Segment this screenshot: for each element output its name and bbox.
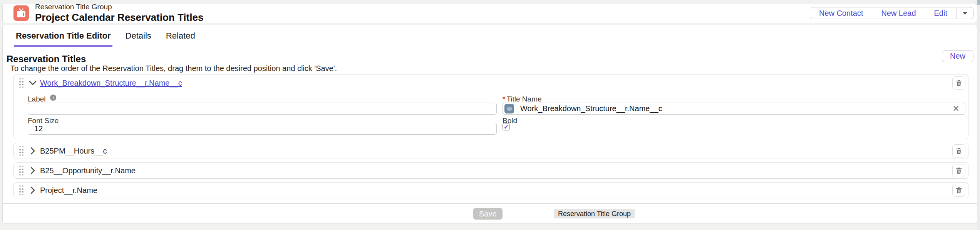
reservation-title-row-expanded: Work_Breakdown_Structure__r.Name__c Labe… [13, 74, 968, 139]
tv-icon [16, 8, 26, 18]
expand-row-button[interactable] [25, 145, 40, 157]
section-heading: Reservation Titles [7, 54, 86, 64]
dropdown-arrow-icon [962, 11, 968, 15]
trash-icon [955, 167, 963, 174]
main-card: Reservation Title Editor Details Related… [2, 25, 977, 224]
title-name-field-label: *Title Name [503, 95, 542, 103]
reservation-title-list: Work_Breakdown_Structure__r.Name__c Labe… [13, 74, 968, 202]
scrollbar-thumb[interactable] [977, 0, 980, 5]
record-icon [504, 104, 514, 113]
clear-icon[interactable]: ✕ [953, 105, 960, 113]
page-title: Project Calendar Reservation Titles [35, 12, 203, 24]
row-title: Project__r.Name [40, 186, 97, 195]
tab-related[interactable]: Related [164, 25, 197, 47]
row-title-link[interactable]: Work_Breakdown_Structure__r.Name__c [40, 79, 182, 88]
tab-details[interactable]: Details [124, 25, 153, 47]
expand-row-button[interactable] [25, 184, 40, 196]
trash-icon [955, 186, 963, 194]
tab-bar: Reservation Title Editor Details Related [3, 25, 977, 47]
new-reservation-title-button[interactable]: New [942, 50, 973, 62]
drag-handle-icon[interactable] [17, 184, 25, 196]
row-title: B25__Opportunity__r.Name [40, 166, 136, 175]
delete-row-button[interactable] [952, 184, 965, 197]
more-actions-button[interactable] [957, 8, 973, 19]
drag-handle-icon[interactable] [17, 145, 25, 157]
reservation-title-group-chip: Reservation Title Group [554, 209, 635, 218]
expand-row-button[interactable] [25, 165, 40, 176]
chevron-right-icon [30, 186, 35, 194]
chevron-down-icon [29, 81, 37, 85]
font-size-input[interactable] [28, 123, 497, 135]
edit-button[interactable]: Edit [925, 8, 957, 19]
page-header: Reservation Title Group Project Calendar… [2, 3, 977, 23]
delete-row-button[interactable] [952, 164, 965, 177]
reservation-title-row: B25__Opportunity__r.Name [13, 162, 968, 179]
info-icon[interactable]: i [50, 95, 56, 101]
title-name-input[interactable]: Work_Breakdown_Structure__r.Name__c ✕ [503, 103, 965, 115]
label-field-label: Label [28, 95, 46, 103]
reservation-title-row: Project__r.Name [13, 182, 968, 198]
new-contact-button[interactable]: New Contact [810, 8, 873, 19]
reservation-title-row: B25PM__Hours__c [13, 143, 968, 159]
collapse-row-button[interactable] [25, 77, 40, 89]
instruction-text: To change the order of the Reservation T… [10, 64, 337, 73]
drag-handle-icon[interactable] [17, 77, 25, 89]
header-action-group: New Contact New Lead Edit [810, 7, 974, 19]
entity-type-label: Reservation Title Group [35, 3, 203, 11]
tab-reservation-title-editor[interactable]: Reservation Title Editor [14, 25, 112, 47]
trash-icon [955, 147, 963, 155]
row-title: B25PM__Hours__c [40, 147, 107, 156]
chevron-right-icon [30, 147, 35, 155]
bold-checkbox[interactable]: ✓ [503, 123, 510, 130]
new-lead-button[interactable]: New Lead [872, 8, 925, 19]
title-name-value: Work_Breakdown_Structure__r.Name__c [520, 104, 953, 113]
vertical-scrollbar[interactable] [977, 0, 980, 230]
label-input[interactable] [28, 103, 497, 115]
trash-icon [955, 79, 963, 87]
reservation-title-group-icon [13, 5, 29, 21]
footer-divider [3, 203, 977, 204]
save-button[interactable]: Save [473, 208, 503, 220]
chevron-right-icon [30, 167, 35, 174]
delete-row-button[interactable] [952, 76, 965, 90]
drag-handle-icon[interactable] [17, 165, 25, 176]
required-asterisk: * [503, 95, 505, 103]
delete-row-button[interactable] [952, 144, 965, 157]
